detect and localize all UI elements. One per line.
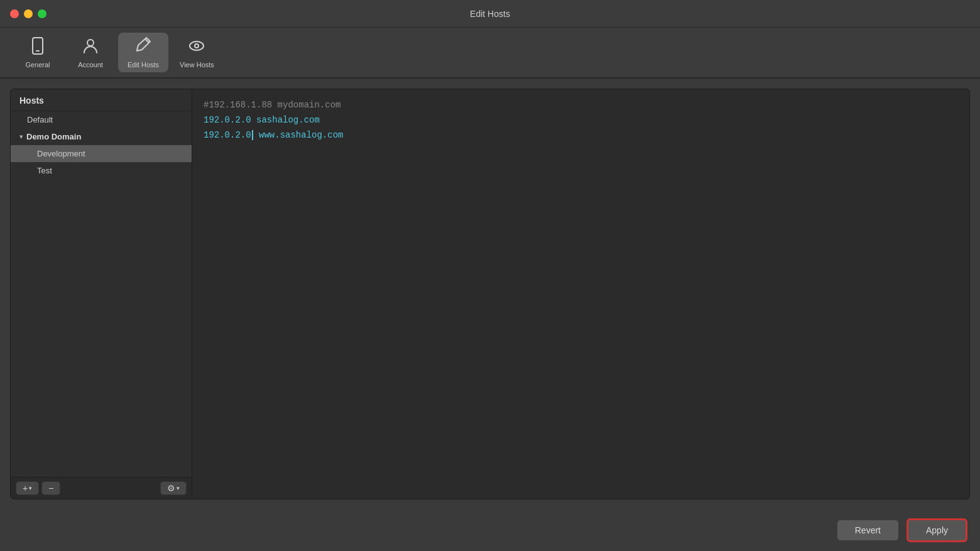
editor-line-2: 192.0.2.0 sashalog.com [204,113,958,128]
svg-point-4 [195,44,199,48]
toolbar-item-view-hosts[interactable]: View Hosts [171,33,223,72]
svg-rect-0 [33,38,43,54]
sidebar-item-test[interactable]: Test [11,162,192,179]
editor-area[interactable]: #192.168.1.88 mydomain.com 192.0.2.0 sas… [192,89,970,499]
editor-line-3: 192.0.2.0 www.sashalog.com [204,128,958,143]
title-bar: Edit Hosts [0,0,980,28]
close-button[interactable] [10,9,19,18]
revert-button[interactable]: Revert [837,520,899,541]
domain-1: sashalog.com [256,115,320,125]
ip-1: 192.0.2.0 [204,115,251,125]
apply-button[interactable]: Apply [906,518,967,542]
default-label: Default [27,115,53,124]
toolbar-item-edit-hosts[interactable]: Edit Hosts [118,33,168,72]
sidebar-item-demo-domain[interactable]: ▾ Demo Domain [11,128,192,145]
add-button[interactable]: + ▾ [16,481,39,495]
toolbar-item-account[interactable]: Account [65,33,116,72]
svg-point-2 [87,40,94,46]
domain-2: www.sashalog.com [259,130,343,140]
maximize-button[interactable] [38,9,46,18]
view-hosts-label: View Hosts [180,61,214,68]
remove-icon: − [48,483,53,493]
toolbar: General Account Edit Hosts View Hos [0,28,980,78]
test-label: Test [37,166,52,175]
sidebar-item-development[interactable]: Development [11,145,192,162]
edit-hosts-icon [134,36,153,58]
gear-icon: ⚙ [167,483,175,493]
svg-point-3 [190,41,204,50]
gear-button[interactable]: ⚙ ▾ [160,481,187,495]
demo-domain-label: Demo Domain [26,132,81,141]
minimize-button[interactable] [24,9,33,18]
ip-2: 192.0.2.0 [204,130,251,140]
sidebar-list: Default ▾ Demo Domain Development Test [11,111,192,477]
main-content: Hosts Default ▾ Demo Domain Development … [0,79,980,510]
sidebar-item-default[interactable]: Default [11,111,192,128]
remove-button[interactable]: − [41,481,60,495]
general-icon [28,36,47,58]
chevron-down-icon: ▾ [19,133,23,140]
svg-rect-1 [36,50,40,52]
edit-hosts-label: Edit Hosts [128,61,159,68]
account-icon [81,36,100,58]
development-label: Development [37,149,85,158]
window-controls [10,9,46,18]
add-chevron-icon: ▾ [29,485,32,491]
cursor [252,130,253,140]
window-title: Edit Hosts [470,9,510,19]
general-label: General [25,61,50,68]
editor-line-1: #192.168.1.88 mydomain.com [204,98,958,113]
account-label: Account [78,61,103,68]
sidebar-toolbar: + ▾ − ⚙ ▾ [11,477,192,499]
toolbar-item-general[interactable]: General [13,33,63,72]
sidebar: Hosts Default ▾ Demo Domain Development … [10,89,192,499]
view-hosts-icon [187,36,206,58]
add-icon: + [23,483,28,493]
sidebar-header: Hosts [11,89,192,111]
bottom-bar: Revert Apply [0,510,980,551]
gear-chevron-icon: ▾ [177,485,180,491]
